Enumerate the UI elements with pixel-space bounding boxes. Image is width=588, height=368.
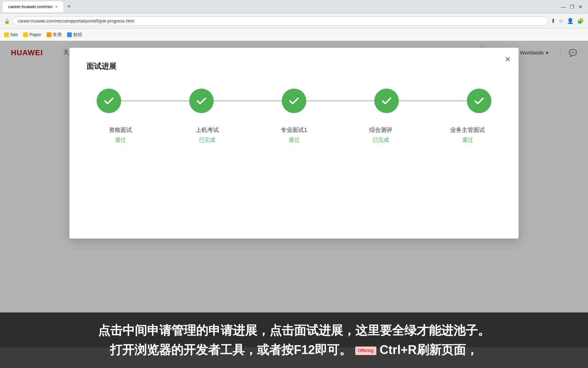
tab-bar: career.huawei.com/rec × + (3, 1, 74, 12)
browser-titlebar: career.huawei.com/rec × + — ❐ ✕ (0, 0, 588, 14)
address-bar-icons: ⬆ ☆ 👤 🧩 (551, 18, 584, 24)
bookmark-campus-label: 校招 (73, 32, 82, 38)
step-4-text: 综合测评 已完成 (357, 119, 405, 144)
checkmark-icon-3 (288, 95, 300, 107)
steps-labels-row: 资格面试 通过 上机考试 已完成 专业面试1 通过 综合测评 已完成 (97, 119, 491, 144)
minimize-button[interactable]: — (561, 4, 566, 10)
checkmark-icon-5 (473, 95, 485, 107)
step-3-circle (282, 89, 306, 113)
step-1-text: 资格面试 通过 (97, 119, 144, 144)
page-wrapper: HUAWEI 天才少年 校园招聘 社会招聘 博士后 新闻公告 成长与发展 华为生… (0, 41, 588, 348)
offering-badge: Offering (355, 347, 376, 355)
bookmark-common-label: 常用 (53, 32, 62, 38)
step-5 (467, 89, 491, 113)
step-5-circle (467, 89, 491, 113)
share-icon[interactable]: ⬆ (551, 18, 555, 24)
modal-close-button[interactable]: × (505, 55, 510, 64)
active-tab[interactable]: career.huawei.com/rec × (3, 1, 63, 12)
step-4-label: 综合测评 (369, 126, 392, 134)
tab-title: career.huawei.com/rec (8, 4, 53, 9)
checkmark-icon-4 (380, 95, 393, 107)
step-2 (189, 89, 214, 113)
close-window-button[interactable]: ✕ (578, 4, 583, 10)
checkmark-icon-2 (195, 95, 208, 107)
new-tab-button[interactable]: + (65, 2, 74, 12)
extensions-icon[interactable]: 🧩 (577, 18, 584, 24)
modal-overlay: × 面试进展 (0, 41, 588, 348)
bookmark-campus[interactable]: 校招 (67, 32, 82, 38)
profile-icon[interactable]: 👤 (567, 18, 574, 24)
address-input[interactable] (13, 16, 548, 26)
restore-button[interactable]: ❐ (570, 4, 574, 10)
step-2-text: 上机考试 已完成 (183, 119, 231, 144)
lock-icon: 🔒 (4, 18, 10, 24)
bottom-line-1: 点击中间申请管理的申请进展，点击面试进展，这里要全绿才能进池子。 (14, 321, 574, 340)
step-4-circle (374, 89, 399, 113)
step-1-status: 通过 (115, 137, 126, 144)
bookmark-paper-icon (23, 32, 28, 37)
bookmark-site-icon (4, 32, 9, 37)
address-bar: 🔒 ⬆ ☆ 👤 🧩 (0, 14, 588, 29)
step-1-circle (97, 89, 121, 113)
step-1 (97, 89, 121, 113)
interview-progress-modal: × 面试进展 (69, 48, 519, 239)
bookmark-paper-label: Paper (29, 32, 41, 37)
bottom-line-2: 打开浏览器的开发者工具，或者按F12即可。 Offering Ctrl+R刷新页… (14, 340, 574, 360)
connector-2-3 (214, 101, 282, 101)
bookmark-campus-icon (67, 32, 72, 37)
step-2-label: 上机考试 (196, 126, 219, 134)
step-4 (374, 89, 399, 113)
step-5-label: 业务主管面试 (450, 126, 485, 134)
bookmark-site-label: Site (10, 32, 18, 37)
steps-circles-row (97, 89, 491, 113)
step-4-status: 已完成 (373, 137, 389, 144)
bottom-overlay: 点击中间申请管理的申请进展，点击面试进展，这里要全绿才能进池子。 打开浏览器的开… (0, 312, 588, 368)
step-2-circle (189, 89, 214, 113)
step-3 (282, 89, 306, 113)
checkmark-icon-1 (103, 95, 115, 107)
bookmark-site[interactable]: Site (4, 32, 18, 37)
step-3-text: 专业面试1 通过 (270, 119, 318, 144)
window-controls: — ❐ ✕ (561, 4, 585, 10)
step-2-status: 已完成 (199, 137, 215, 144)
bookmark-common-icon (47, 32, 51, 37)
step-3-status: 通过 (289, 137, 299, 144)
bookmark-common[interactable]: 常用 (47, 32, 62, 38)
bookmark-star-icon[interactable]: ☆ (559, 18, 564, 24)
bookmark-paper[interactable]: Paper (23, 32, 41, 37)
steps-area: 资格面试 通过 上机考试 已完成 专业面试1 通过 综合测评 已完成 (86, 89, 502, 144)
connector-1-2 (121, 101, 189, 101)
modal-title: 面试进展 (86, 61, 502, 72)
bookmarks-bar: Site Paper 常用 校招 (0, 29, 588, 41)
step-3-label: 专业面试1 (281, 126, 307, 134)
step-1-label: 资格面试 (109, 126, 132, 134)
step-5-text: 业务主管面试 通过 (444, 119, 491, 144)
tab-close-button[interactable]: × (55, 4, 58, 9)
connector-4-5 (399, 101, 467, 101)
step-5-status: 通过 (462, 137, 473, 144)
connector-3-4 (306, 101, 374, 101)
